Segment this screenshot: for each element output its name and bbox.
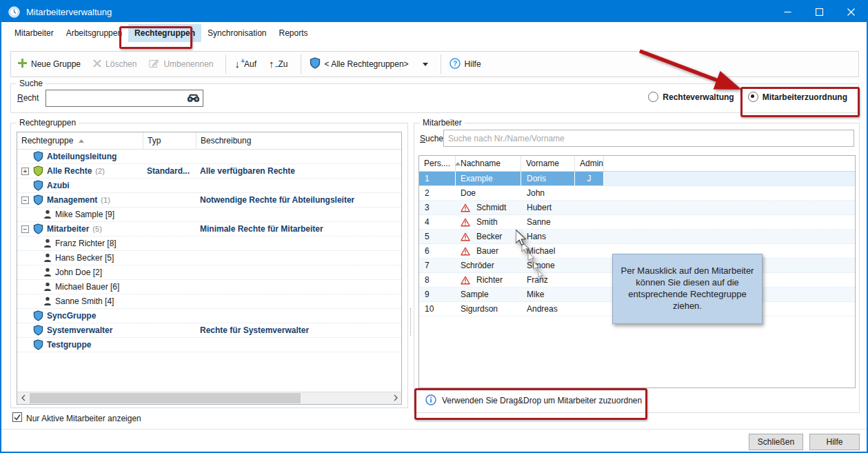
radio-mitarbeiterzuordnung[interactable]: Mitarbeiterzuordnung [748,92,847,102]
group-name: Franz Richter [8] [55,239,117,248]
delete-button[interactable]: Löschen [93,59,137,70]
column-header-typ[interactable]: Typ [143,132,196,149]
column-header-nachname[interactable]: Nachname [456,156,521,171]
menu-item-rechtegruppen[interactable]: Rechtegruppen [128,24,201,42]
shield-blue-icon [33,325,43,336]
employee-search-input[interactable] [443,130,854,147]
group-row[interactable]: −Mitarbeiter(5)Minimale Rechte für Mitar… [17,222,401,236]
group-row[interactable]: Franz Richter [8] [17,236,401,251]
active-only-checkbox[interactable]: Nur Aktive Mitarbeiter anzeigen [12,412,141,424]
shield-blue-icon [33,310,43,321]
group-filter-dropdown[interactable]: < Alle Rechtegruppen> [310,57,428,71]
new-group-button[interactable]: Neue Gruppe [18,59,81,70]
panel-splitter[interactable] [410,308,411,336]
column-label: Rechtegruppe [21,136,73,145]
employees-panel-title: Mitarbeiter [420,118,465,128]
persnr-cell: 6 [419,244,456,258]
menu-item-mitarbeiter[interactable]: Mitarbeiter [8,24,60,42]
close-button[interactable] [835,1,867,22]
menu-item-arbeitsgruppen[interactable]: Arbeitsgruppen [60,24,128,42]
menu-item-synchronisation[interactable]: Synchronisation [201,24,272,42]
group-desc: Alle verfügbaren Rechte [200,166,295,176]
nachname-text: Smith [476,217,498,227]
shield-blue-icon [33,151,43,162]
tooltip: Per Mausklick auf den Mitarbeiter können… [612,254,763,324]
column-header-admin[interactable]: Admin [575,156,604,171]
close-dialog-button[interactable]: Schließen [749,434,803,450]
group-row[interactable]: Sanne Smith [4] [17,294,401,309]
horizontal-scrollbar[interactable] [17,392,401,404]
menu-item-reports[interactable]: Reports [272,24,314,42]
group-row[interactable]: Abteilungsleitung [17,150,401,164]
maximize-button[interactable] [803,1,835,22]
group-name-cell: Mike Sample [9] [17,210,143,219]
group-row[interactable]: −Management(1)Notwendige Rechte für Abte… [17,193,401,208]
nachname-cell: Becker [456,230,521,243]
group-row[interactable]: Azubi [17,179,401,193]
nachname-cell: Sample [456,288,521,301]
admin-cell [575,273,604,287]
group-name-cell: −Mitarbeiter(5) [17,223,143,234]
expander-plus-icon[interactable]: + [21,168,29,175]
expand-button[interactable]: ↓+ Auf [234,59,256,69]
shield-blue-icon [33,339,43,350]
new-group-label: Neue Gruppe [31,59,81,69]
minimize-button[interactable] [771,1,803,22]
employee-row[interactable]: 5BeckerHans [419,230,855,244]
groups-panel-title: Rechtegruppen [17,118,79,128]
admin-cell [575,288,604,301]
group-name: Alle Rechte [47,166,92,176]
employee-row[interactable]: 1ExampleDorisJ [419,172,855,186]
nachname-text: Sample [461,290,489,299]
group-name: Hans Becker [5] [55,253,114,263]
scroll-right-icon[interactable] [390,392,401,403]
employee-row[interactable]: 3SchmidtHubert [419,201,855,215]
group-row[interactable]: Mike Sample [9] [17,208,401,222]
admin-cell [575,230,604,243]
group-desc: Minimale Rechte für Mitarbeiter [200,224,323,234]
column-header-rechtegruppe[interactable]: Rechtegruppe [17,132,143,149]
recht-field-label: Recht [17,93,39,103]
shield-blue-icon [33,223,43,234]
vorname-cell: Doris [521,172,575,185]
persnr-cell: 8 [419,273,456,287]
expander-minus-icon[interactable]: − [21,197,29,204]
group-row[interactable]: Testgruppe [17,338,401,352]
group-name-cell: Abteilungsleitung [17,151,143,162]
vorname-cell: Hubert [521,201,575,214]
column-header-empty [604,156,855,171]
help-button[interactable]: Hilfe [809,434,860,450]
recht-search-input[interactable] [46,90,203,107]
groups-panel: Rechtegruppen Rechtegruppe Typ Beschreib… [10,123,408,408]
expander-minus-icon[interactable]: − [21,225,29,233]
help-toolbar-button[interactable]: ? Hilfe [450,58,481,71]
column-header-vorname[interactable]: Vorname [521,156,575,171]
person-icon [43,296,52,306]
group-row[interactable]: +Alle Rechte(2)Standard...Alle verfügbar… [17,164,401,179]
collapse-button[interactable]: ↑− Zu [269,59,288,69]
group-row[interactable]: John Doe [2] [17,265,401,280]
group-row[interactable]: Hans Becker [5] [17,251,401,265]
group-name: Systemverwalter [47,325,112,335]
persnr-cell: 10 [419,302,456,316]
persnr-cell: 2 [419,186,456,200]
column-header-beschreibung[interactable]: Beschreibung [196,132,401,149]
column-header-persnr[interactable]: Pers.... [419,156,456,171]
scroll-left-icon[interactable] [17,392,29,403]
vorname-cell: John [521,186,575,200]
group-row[interactable]: SyncGruppe [17,309,401,323]
group-row[interactable]: SystemverwalterRechte für Systemverwalte… [17,323,401,338]
rename-button[interactable]: Umbenennen [149,59,213,70]
shield-blue-icon [33,194,43,205]
nachname-text: Sigurdson [461,304,498,314]
group-name: John Doe [2] [55,268,102,277]
employee-row[interactable]: 2DoeJohn [419,186,855,201]
group-row[interactable]: Michael Bauer [6] [17,280,401,294]
group-name-cell: Testgruppe [17,339,143,350]
column-label: Admin [580,159,603,168]
employee-row[interactable]: 4SmithSanne [419,215,855,230]
nachname-cell: Bauer [456,244,521,258]
active-only-label: Nur Aktive Mitarbeiter anzeigen [26,414,141,423]
nachname-cell: Doe [456,186,521,200]
scrollbar-thumb[interactable] [30,393,301,403]
